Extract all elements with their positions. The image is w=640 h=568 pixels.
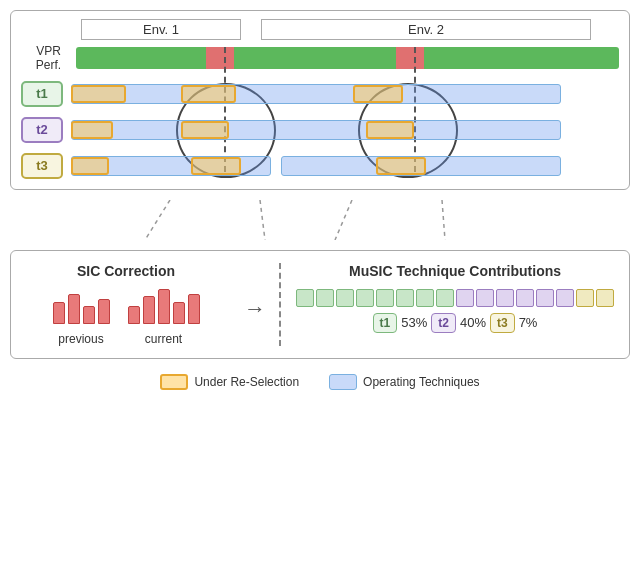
curr-bar-1 — [128, 306, 140, 324]
t2-row: t2 — [76, 117, 619, 143]
curr-bar-4 — [173, 302, 185, 324]
t1-pct-box: t1 — [373, 313, 398, 333]
legend-orange-label: Under Re-Selection — [194, 375, 299, 389]
t2-orange-2 — [181, 121, 229, 139]
t1-orange-1 — [71, 85, 126, 103]
current-group: current — [128, 289, 200, 346]
previous-chart — [53, 294, 110, 324]
t3-orange-2 — [191, 157, 241, 175]
legend-blue-label: Operating Techniques — [363, 375, 480, 389]
t1-label: t1 — [21, 81, 63, 107]
env1-header: Env. 1 — [81, 19, 241, 40]
legend-orange-box — [160, 374, 188, 390]
svg-line-0 — [145, 200, 170, 240]
music-section: MuSIC Technique Contributions — [286, 263, 614, 346]
t1-orange-3 — [353, 85, 403, 103]
bars-row: previous current — [53, 289, 200, 346]
current-label: current — [145, 332, 182, 346]
legend-orange-item: Under Re-Selection — [160, 374, 299, 390]
t3-block-2 — [596, 289, 614, 307]
t2-block-5 — [536, 289, 554, 307]
svg-line-2 — [335, 200, 352, 240]
prev-bar-1 — [53, 302, 65, 324]
bottom-diagram: SIC Correction previous — [10, 250, 630, 359]
t3-block-1 — [576, 289, 594, 307]
t1-block-8 — [436, 289, 454, 307]
legend: Under Re-Selection Operating Techniques — [10, 374, 630, 390]
t3-orange-1 — [71, 157, 109, 175]
section-divider — [279, 263, 281, 346]
t3-row: t3 — [76, 153, 619, 179]
t3-label: t3 — [21, 153, 63, 179]
t2-block-1 — [456, 289, 474, 307]
t2-label: t2 — [21, 117, 63, 143]
legend-blue-item: Operating Techniques — [329, 374, 480, 390]
previous-group: previous — [53, 294, 110, 346]
t2-block-4 — [516, 289, 534, 307]
t2-orange-1 — [71, 121, 113, 139]
t1-block-4 — [356, 289, 374, 307]
t1-block-5 — [376, 289, 394, 307]
prev-bar-3 — [83, 306, 95, 324]
vpr-label: VPRPerf. — [21, 44, 76, 73]
music-title: MuSIC Technique Contributions — [349, 263, 561, 279]
t2-pct-group: t2 40% — [431, 313, 486, 333]
curr-bar-2 — [143, 296, 155, 324]
sic-title: SIC Correction — [77, 263, 175, 279]
music-blocks-row — [296, 289, 614, 307]
t2-block-2 — [476, 289, 494, 307]
t1-block-1 — [296, 289, 314, 307]
t1-block-7 — [416, 289, 434, 307]
arrow-right: → — [236, 273, 274, 346]
t1-block-2 — [316, 289, 334, 307]
t2-block-3 — [496, 289, 514, 307]
t2-pct: 40% — [460, 315, 486, 330]
sic-section: SIC Correction previous — [26, 263, 236, 346]
t1-pct: 53% — [401, 315, 427, 330]
curr-bar-5 — [188, 294, 200, 324]
prev-bar-4 — [98, 299, 110, 324]
t2-block-6 — [556, 289, 574, 307]
prev-bar-2 — [68, 294, 80, 324]
svg-line-3 — [442, 200, 445, 240]
t1-orange-2 — [181, 85, 236, 103]
env2-header: Env. 2 — [261, 19, 591, 40]
t1-block-3 — [336, 289, 354, 307]
t1-pct-group: t1 53% — [373, 313, 428, 333]
curr-bar-3 — [158, 289, 170, 324]
previous-label: previous — [58, 332, 103, 346]
legend-blue-box — [329, 374, 357, 390]
current-chart — [128, 289, 200, 324]
t2-pct-box: t2 — [431, 313, 456, 333]
t1-row: t1 — [76, 81, 619, 107]
svg-line-1 — [260, 200, 265, 240]
t2-blue-bar — [71, 120, 561, 140]
t2-orange-3 — [366, 121, 414, 139]
connector-svg — [65, 200, 630, 240]
t3-orange-3 — [376, 157, 426, 175]
vpr-bar — [76, 47, 619, 69]
t3-pct-group: t3 7% — [490, 313, 537, 333]
t1-block-6 — [396, 289, 414, 307]
t3-pct: 7% — [519, 315, 538, 330]
t3-pct-box: t3 — [490, 313, 515, 333]
t1-blue-bar — [71, 84, 561, 104]
music-label-row: t1 53% t2 40% t3 7% — [373, 313, 538, 333]
